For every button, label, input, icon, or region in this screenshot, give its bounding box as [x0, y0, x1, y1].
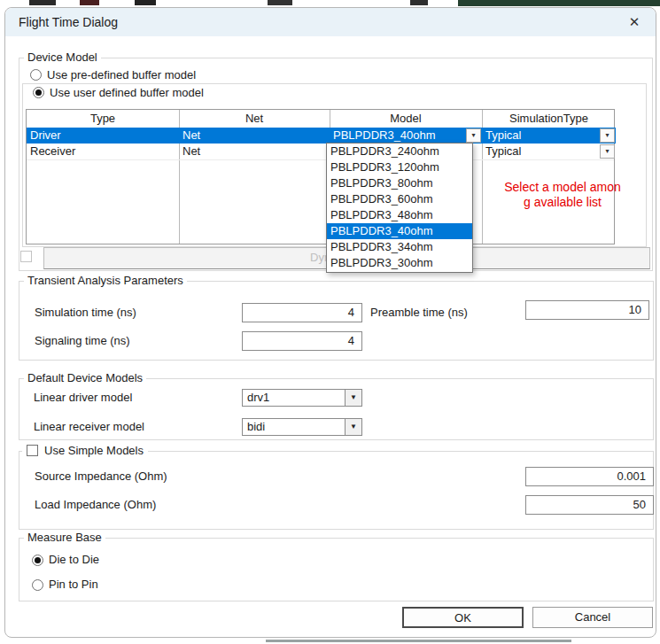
source-impedance-input[interactable]: 0.001	[525, 467, 654, 486]
annotation-text: Select a model amon g available list	[475, 180, 650, 210]
model-option[interactable]: PBLPDDR3_60ohm	[327, 191, 472, 207]
flight-time-dialog: Flight Time Dialog ✕ Device Model Use pr…	[4, 7, 656, 638]
ok-button[interactable]: OK	[402, 607, 524, 628]
simulationtype-value: Typical	[485, 144, 521, 158]
use-simple-models-checkbox[interactable]	[27, 445, 38, 456]
simulationtype-dropdown-arrow-icon[interactable]: ▾	[600, 144, 615, 159]
cell-net[interactable]: Net	[179, 128, 330, 144]
measure-base-legend: Measure Base	[24, 531, 105, 544]
simple-models-group: Use Simple Models	[19, 451, 654, 530]
predefined-radio[interactable]	[30, 69, 42, 81]
background-artifact	[266, 640, 571, 642]
pin-to-pin-label[interactable]: Pin to Pin	[49, 578, 98, 592]
default-models-legend: Default Device Models	[24, 371, 146, 384]
screenshot-root: Flight Time Dialog ✕ Device Model Use pr…	[0, 0, 660, 644]
titlebar[interactable]: Flight Time Dialog ✕	[5, 8, 656, 36]
die-to-die-radio[interactable]	[32, 555, 43, 566]
model-value: PBLPDDR3_40ohm	[333, 128, 436, 142]
simulation-time-input[interactable]: 4	[242, 303, 362, 322]
annotation-line1: Select a model amon	[475, 180, 650, 195]
background-artifact	[29, 0, 56, 5]
cell-simulationtype-combobox[interactable]: Typical ▾	[482, 144, 616, 159]
background-artifact	[80, 0, 99, 5]
background-artifact	[458, 0, 660, 6]
table-row[interactable]: Receiver Net Typical ▾	[27, 144, 614, 160]
measure-base-group: Measure Base	[19, 538, 654, 601]
model-option[interactable]: PBLPDDR3_80ohm	[327, 175, 472, 191]
user-defined-radio[interactable]	[33, 87, 44, 98]
model-option[interactable]: PBLPDDR3_30ohm	[327, 255, 472, 271]
signaling-time-input[interactable]: 4	[242, 331, 362, 351]
dynamic-checkbox[interactable]	[20, 251, 32, 262]
model-option-selected[interactable]: PBLPDDR3_40ohm	[327, 223, 472, 239]
transient-legend: Transient Analysis Parameters	[24, 274, 187, 287]
device-model-legend: Device Model	[24, 50, 101, 64]
background-artifact	[268, 0, 292, 5]
cell-model-combobox[interactable]: PBLPDDR3_40ohm ▾	[330, 128, 482, 144]
cell-simulationtype-combobox[interactable]: Typical ▾	[482, 128, 616, 144]
die-to-die-label[interactable]: Die to Die	[49, 553, 99, 567]
table-header: Type Net Model SimulationType	[27, 110, 614, 128]
simple-models-legend: Use Simple Models	[22, 444, 148, 457]
model-dropdown-list: PBLPDDR3_240ohm PBLPDDR3_120ohm PBLPDDR3…	[326, 143, 473, 273]
linear-driver-label: Linear driver model	[34, 391, 132, 405]
model-option[interactable]: PBLPDDR3_120ohm	[327, 159, 472, 175]
combo-dropdown-arrow-icon[interactable]: ▼	[345, 419, 361, 435]
simulationtype-dropdown-arrow-icon[interactable]: ▾	[600, 128, 615, 143]
source-impedance-label: Source Impedance (Ohm)	[35, 469, 167, 484]
cell-type[interactable]: Receiver	[27, 144, 179, 159]
user-defined-radio-label[interactable]: Use user defined buffer model	[50, 86, 204, 100]
signaling-time-label: Signaling time (ns)	[35, 334, 130, 348]
column-header-simulationtype[interactable]: SimulationType	[482, 110, 616, 128]
preamble-time-label: Preamble time (ns)	[370, 306, 468, 320]
close-icon[interactable]: ✕	[625, 8, 643, 36]
linear-driver-combobox[interactable]: drv1 ▼	[242, 389, 362, 407]
model-dropdown-arrow-icon[interactable]: ▾	[466, 128, 481, 143]
table-row[interactable]: Driver Net PBLPDDR3_40ohm ▾ Typical ▾	[27, 128, 614, 144]
column-header-type[interactable]: Type	[27, 110, 179, 128]
simple-models-legend-label[interactable]: Use Simple Models	[44, 444, 144, 457]
model-option[interactable]: PBLPDDR3_48ohm	[327, 207, 472, 223]
linear-receiver-label: Linear receiver model	[34, 420, 144, 434]
column-header-net[interactable]: Net	[179, 110, 330, 128]
background-artifact	[135, 0, 156, 5]
cancel-button[interactable]: Cancel	[532, 607, 653, 628]
cell-type[interactable]: Driver	[27, 128, 179, 144]
linear-receiver-value: bidi	[247, 420, 265, 433]
predefined-radio-label[interactable]: Use pre-defined buffer model	[47, 68, 196, 82]
column-header-model[interactable]: Model	[330, 110, 482, 128]
linear-driver-value: drv1	[247, 391, 269, 404]
pin-to-pin-radio[interactable]	[32, 579, 43, 591]
preamble-time-input[interactable]: 10	[525, 300, 649, 320]
load-impedance-input[interactable]: 50	[525, 495, 654, 515]
linear-receiver-combobox[interactable]: bidi ▼	[242, 418, 362, 436]
model-option[interactable]: PBLPDDR3_240ohm	[327, 144, 472, 159]
buffer-model-table: Type Net Model SimulationType Driver Net…	[26, 109, 615, 244]
background-artifact	[410, 0, 428, 5]
annotation-line2: g available list	[475, 195, 650, 210]
simulationtype-value: Typical	[485, 128, 521, 142]
combo-dropdown-arrow-icon[interactable]: ▼	[345, 390, 361, 406]
cell-net[interactable]: Net	[179, 144, 330, 159]
dialog-title: Flight Time Dialog	[19, 8, 118, 36]
simulation-time-label: Simulation time (ns)	[35, 306, 136, 320]
load-impedance-label: Load Impedance (Ohm)	[35, 498, 156, 512]
model-option[interactable]: PBLPDDR3_34ohm	[327, 239, 472, 255]
